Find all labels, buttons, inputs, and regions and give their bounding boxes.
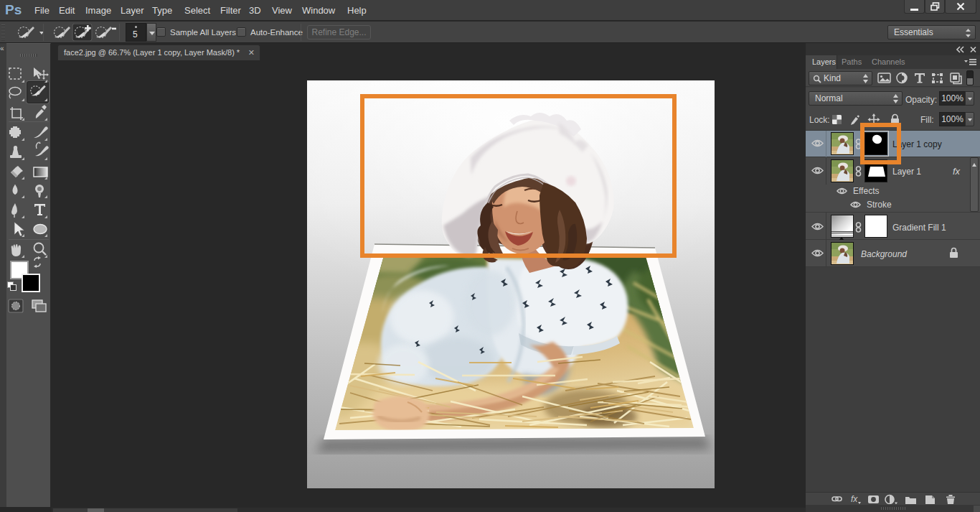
svg-text:fx: fx [851,494,858,504]
